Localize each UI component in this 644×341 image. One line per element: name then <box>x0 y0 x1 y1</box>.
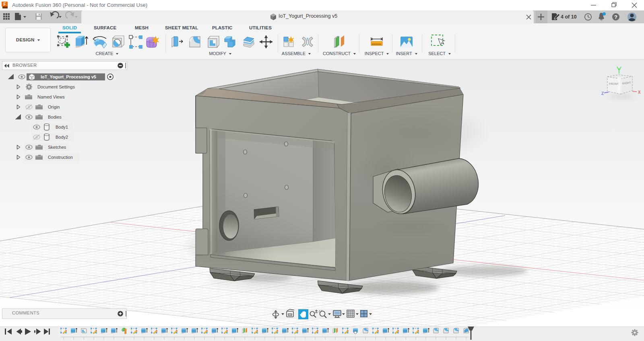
svg-text:F: F <box>3 2 6 6</box>
svg-text:X: X <box>638 90 641 94</box>
svg-text:?: ? <box>614 14 617 20</box>
svg-text:Z: Z <box>601 91 604 96</box>
svg-text:FRONT: FRONT <box>609 82 619 85</box>
